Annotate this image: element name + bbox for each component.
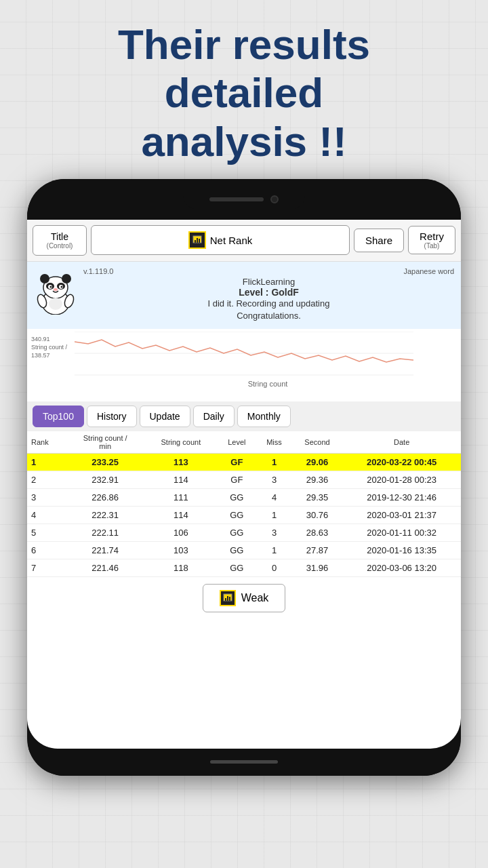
version-line: v.1.119.0 Japanese word (83, 267, 454, 275)
home-indicator (210, 760, 278, 764)
panda-mascot (34, 267, 78, 315)
netrank-button[interactable]: Net Rank (91, 225, 350, 255)
netrank-label: Net Rank (210, 235, 253, 246)
title-label: Title (51, 231, 68, 242)
chart-x-label: String count (75, 380, 461, 388)
table-row: 2232.91114GF329.362020-01-28 00:23 (27, 471, 461, 489)
col-level: Level (217, 431, 256, 454)
col-second: Second (292, 431, 343, 454)
info-text: v.1.119.0 Japanese word FlickLearning Le… (83, 267, 454, 322)
data-table: Rank String count /min String count Leve… (27, 431, 461, 577)
headline-line3: analysis !! (141, 118, 346, 165)
title-sub: (Control) (43, 242, 77, 250)
netrank-icon (188, 231, 206, 249)
tab-monthly[interactable]: Monthly (237, 406, 291, 427)
table-row: 1233.25113GF129.062020-03-22 00:45 (27, 454, 461, 471)
weak-icon (220, 590, 236, 606)
col-string-min: String count /min (66, 431, 144, 454)
col-date: Date (342, 431, 461, 454)
svg-rect-3 (199, 239, 200, 243)
svg-rect-22 (225, 598, 226, 601)
phone-speaker (209, 197, 264, 201)
phone-wrapper: Title (Control) Net Rank (0, 179, 488, 803)
retry-sub: (Tab) (417, 242, 447, 250)
phone-screen: Title (Control) Net Rank (27, 220, 461, 749)
table-header-row: Rank String count /min String count Leve… (27, 431, 461, 454)
chart-svg (75, 332, 413, 376)
table-row: 6221.74103GG127.872020-01-16 13:35 (27, 542, 461, 559)
table-row: 3226.86111GG429.352019-12-30 21:46 (27, 489, 461, 507)
share-button[interactable]: Share (354, 229, 404, 252)
congrats-line: I did it. Recording and updating Congrat… (83, 298, 454, 322)
phone-notch (183, 190, 305, 209)
chart-y-labels: 340.91 String count / 138.57 (31, 336, 67, 359)
share-label: Share (365, 235, 392, 246)
phone-bottom (27, 749, 461, 776)
retry-label: Retry (420, 231, 444, 242)
phone-frame: Title (Control) Net Rank (27, 179, 461, 776)
col-miss: Miss (256, 431, 291, 454)
weak-label: Weak (241, 592, 269, 604)
tabs-row: Top100 History Update Daily Monthly (27, 401, 461, 431)
svg-point-13 (61, 285, 63, 288)
weak-button[interactable]: Weak (203, 584, 286, 612)
tab-daily[interactable]: Daily (193, 406, 235, 427)
svg-rect-24 (229, 597, 230, 601)
phone-camera (270, 195, 279, 203)
svg-point-12 (50, 285, 52, 288)
tab-top100[interactable]: Top100 (33, 406, 84, 427)
table-row: 7221.46118GG031.962020-03-06 13:20 (27, 559, 461, 577)
table-row: 5222.11106GG328.632020-01-11 00:32 (27, 524, 461, 542)
headline: Their results detailed analysis !! (0, 0, 488, 179)
svg-rect-23 (227, 596, 228, 601)
app-name: FlickLearning (83, 277, 454, 287)
category: Japanese word (403, 267, 454, 275)
weak-row: Weak (27, 577, 461, 619)
headline-line2: detailed (165, 69, 323, 116)
svg-rect-2 (197, 238, 198, 243)
col-string-count: String count (144, 431, 217, 454)
top-bar: Title (Control) Net Rank (27, 220, 461, 262)
tab-history[interactable]: History (87, 406, 137, 427)
version: v.1.119.0 (83, 267, 113, 275)
svg-point-7 (62, 274, 71, 283)
title-button[interactable]: Title (Control) (33, 225, 87, 256)
svg-point-14 (54, 288, 58, 291)
col-rank: Rank (27, 431, 66, 454)
phone-notch-area (27, 179, 461, 220)
svg-rect-1 (195, 240, 196, 243)
info-area: v.1.119.0 Japanese word FlickLearning Le… (27, 262, 461, 329)
retry-button[interactable]: Retry (Tab) (408, 226, 455, 254)
table-row: 4222.31114GG130.762020-03-01 21:37 (27, 507, 461, 524)
svg-point-6 (40, 274, 49, 283)
svg-point-17 (49, 298, 62, 310)
tab-update[interactable]: Update (140, 406, 190, 427)
level-line: Level : GoldF (83, 287, 454, 298)
headline-line1: Their results (118, 21, 370, 68)
chart-area: 340.91 String count / 138.57 String coun… (27, 329, 461, 401)
